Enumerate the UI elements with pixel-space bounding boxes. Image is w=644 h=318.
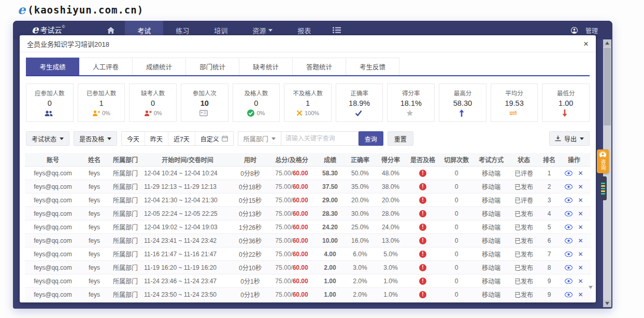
table-row[interactable]: feys@qq.com feys 所属部门 11-24 23:46 ~ 11-2… [25,274,591,288]
delete-x-icon[interactable]: ✕ [578,278,583,284]
cell-score-rate: 24.0% [375,224,406,231]
cell-time: 11-24 23:46 ~ 11-24 23:47 [143,278,232,285]
cell-operations: ✕ [560,251,589,257]
view-icon[interactable] [565,198,573,203]
view-icon[interactable] [565,238,573,243]
delete-x-icon[interactable]: ✕ [578,238,583,244]
table-row[interactable]: feys@qq.com feys 所属部门 11-19 16:20 ~ 11-1… [25,261,591,274]
delete-x-icon[interactable]: ✕ [578,224,583,230]
tab-label: 成绩统计 [146,62,172,72]
page: e (kaoshiyun.com.cn) e 考试云 © 考试 [0,0,644,318]
app-brand[interactable]: e 考试云 © [32,24,65,36]
cell-pass-status: ! [406,183,439,190]
filter-bar: 考试状态 是否及格 今天 昨天 [26,131,590,146]
export-dropdown[interactable]: 导出 [549,131,590,146]
department-select[interactable]: 所属部门 [238,131,281,146]
tab[interactable]: 考生反馈 [346,58,399,75]
table-row[interactable]: feys@qq.com feys 所属部门 11-24 23:41 ~ 11-2… [25,234,591,247]
modal-scroll-down-icon[interactable] [589,289,593,298]
cell-accuracy: 2.0% [345,291,375,298]
table-row[interactable]: feys@qq.com feys 所属部门 11-24 23:50 ~ 11-2… [25,288,591,301]
view-icon[interactable] [565,171,573,176]
cell-exam-method: 移动端 [474,290,509,299]
admin-label[interactable]: 管理 [585,26,598,35]
download-icon [555,135,561,142]
nav-item-label: 资源 [252,25,266,35]
fail-alert-icon: ! [419,183,426,190]
cell-duration: 0分22秒 [232,250,268,258]
delete-x-icon[interactable]: ✕ [578,251,583,257]
cell-account: feys@qq.com [25,291,81,298]
modal-title: 全员业务知识学习培训2018 [27,39,109,49]
view-icon[interactable] [565,225,573,230]
stat-card: 及格人数 0 0% [233,84,280,122]
tab[interactable]: 缺考统计 [239,58,293,75]
fail-alert-icon: ! [419,210,426,217]
date-range-button[interactable]: 今天 [122,132,145,145]
date-range-button[interactable]: 昨天 [145,132,168,145]
reset-button[interactable]: 重置 [388,131,413,146]
tab[interactable]: 考生成绩 [26,58,79,75]
table-header-cell: 成绩 [315,155,345,164]
scroll-down-icon[interactable] [603,300,611,307]
view-icon[interactable] [565,184,573,189]
tab[interactable]: 成绩统计 [133,58,186,75]
delete-x-icon[interactable]: ✕ [578,197,583,203]
view-icon[interactable] [565,279,573,284]
table-row[interactable]: feys@qq.com feys 所属部门 12-05 22:24 ~ 12-0… [25,207,591,220]
date-range-button[interactable]: 近7天 [168,132,195,145]
scroll-up-icon[interactable] [603,39,611,47]
cell-duration: 0分36秒 [232,236,268,245]
cell-operations: ✕ [560,170,589,176]
cell-score: 28.30 [315,210,345,217]
fail-alert-icon: ! [419,224,426,231]
cell-time: 12-04 21:30 ~ 12-04 21:30 [143,197,232,204]
page-scrollbar[interactable] [603,39,611,307]
scrollbar-thumb[interactable] [604,48,611,126]
stat-value: 18.9% [349,99,370,107]
table-row[interactable]: feys@qq.com feys 所属部门 11-29 12:13 ~ 11-2… [25,180,591,193]
exam-results-modal: 全员业务知识学习培训2018 × 考生成绩 人工评卷 成绩统计 [20,35,596,302]
cell-score: 4.00 [315,251,345,258]
cell-total-pass: 75.00/60.00 [268,224,315,231]
delete-x-icon[interactable]: ✕ [578,170,583,176]
table-row[interactable]: feys@qq.com feys 所属部门 11-16 21:47 ~ 11-1… [25,247,591,261]
delete-x-icon[interactable]: ✕ [578,184,583,190]
delete-x-icon[interactable]: ✕ [578,211,583,217]
menu-list-icon [333,27,341,33]
pass-filter-dropdown[interactable]: 是否及格 [74,131,117,146]
view-icon[interactable] [565,211,573,216]
customer-service-widget[interactable]: 咨询 [597,149,609,173]
tab[interactable]: 人工评卷 [79,58,133,75]
stat-icon [199,110,208,116]
cell-status: 已发布 [509,209,539,218]
cell-score-rate: 5.0% [375,251,406,258]
cell-screen-switches: 0 [439,170,474,177]
tab[interactable]: 部门统计 [186,58,239,75]
stat-icon [296,110,303,116]
close-icon[interactable]: × [583,39,589,48]
cell-account: feys@qq.com [25,264,81,271]
cell-rank: 2 [539,183,560,190]
search-button[interactable]: 查询 [359,131,383,146]
nav-item-label: 练习 [176,25,189,35]
custom-range-button[interactable]: 自定义 [195,132,233,145]
exam-status-dropdown[interactable]: 考试状态 [26,131,69,146]
cell-status: 已发布 [509,290,539,299]
delete-x-icon[interactable]: ✕ [578,292,583,298]
feedback-widget[interactable] [599,176,607,200]
chevron-down-icon [107,137,111,140]
fail-alert-icon: ! [419,264,426,271]
table-row[interactable]: feys@qq.com feys 所属部门 12-04 10:24 ~ 12-0… [25,167,591,180]
table-row[interactable]: feys@qq.com feys 所属部门 12-04 21:30 ~ 12-0… [25,193,591,207]
avatar-icon[interactable] [569,24,580,36]
cell-time: 11-19 16:20 ~ 11-19 16:20 [143,264,232,271]
view-icon[interactable] [565,292,573,297]
view-icon[interactable] [565,265,573,270]
keyword-search-input[interactable] [281,131,359,146]
stat-card: 不及格人数 1 100% [284,84,332,122]
table-row[interactable]: feys@qq.com feys 所属部门 12-04 19:02 ~ 12-0… [25,220,591,234]
tab[interactable]: 答题统计 [293,58,346,75]
delete-x-icon[interactable]: ✕ [578,265,583,271]
view-icon[interactable] [565,252,573,257]
